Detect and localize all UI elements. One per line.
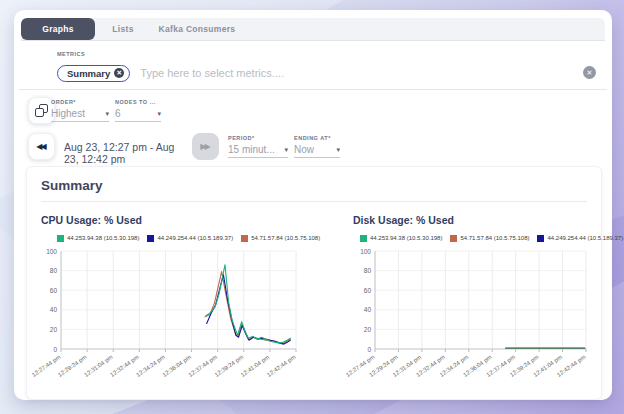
svg-text:12:42:44 pm: 12:42:44 pm bbox=[266, 354, 297, 378]
legend-swatch bbox=[360, 235, 367, 242]
legend-swatch bbox=[147, 235, 154, 242]
nodes-label: NODES TO ... bbox=[115, 99, 161, 105]
disk-usage-chart: 44.253.94.38 (10.5.30.198)54.71.57.84 (1… bbox=[351, 233, 589, 395]
svg-text:20: 20 bbox=[50, 326, 58, 333]
tab-kafka-consumers[interactable]: Kafka Consumers bbox=[151, 18, 243, 40]
ending-at-select[interactable]: Now ▾ bbox=[294, 144, 340, 158]
period-label: PERIOD* bbox=[228, 135, 288, 141]
svg-text:40: 40 bbox=[364, 306, 372, 313]
legend-swatch bbox=[241, 235, 248, 242]
ending-at-label: ENDING AT* bbox=[294, 135, 340, 141]
ending-at-field: ENDING AT* Now ▾ bbox=[294, 135, 340, 158]
copy-icon bbox=[35, 104, 48, 117]
svg-text:40: 40 bbox=[50, 306, 58, 313]
order-select[interactable]: Highest ▾ bbox=[51, 108, 109, 122]
metrics-select-input[interactable]: Summary ✕ Type here to select metrics...… bbox=[57, 62, 596, 84]
legend-item: 54.71.57.84 (10.5.75.108) bbox=[241, 235, 320, 242]
legend-item: 44.249.254.44 (10.5.189.37) bbox=[537, 235, 623, 242]
ending-at-value: Now bbox=[294, 144, 314, 155]
metrics-input-placeholder[interactable]: Type here to select metrics.... bbox=[140, 67, 284, 79]
svg-text:0: 0 bbox=[53, 346, 57, 353]
legend-item: 44.249.254.44 (10.5.189.37) bbox=[147, 235, 233, 242]
nodes-field: NODES TO ... 6 ▾ bbox=[115, 99, 161, 122]
chevron-down-icon: ▾ bbox=[336, 146, 340, 154]
period-value: 15 minut... bbox=[228, 144, 275, 155]
forward-button[interactable]: ▶▶ bbox=[192, 133, 219, 160]
cpu-usage-chart: 44.253.94.38 (10.5.30.198)44.249.254.44 … bbox=[37, 233, 299, 395]
chart-plot: 02040608010012:27:44 pm12:29:24 pm12:31:… bbox=[37, 245, 299, 395]
metrics-label: METRICS bbox=[57, 51, 85, 57]
svg-text:20: 20 bbox=[364, 326, 372, 333]
order-field: ORDER* Highest ▾ bbox=[51, 99, 109, 122]
legend-item: 54.71.57.84 (10.5.75.108) bbox=[450, 235, 529, 242]
chart-legend: 44.253.94.38 (10.5.30.198)54.71.57.84 (1… bbox=[360, 233, 589, 243]
summary-title: Summary bbox=[41, 178, 103, 193]
period-select[interactable]: 15 minut... ▾ bbox=[228, 144, 288, 158]
rewind-icon: ◀◀ bbox=[36, 142, 44, 151]
chart-legend: 44.253.94.38 (10.5.30.198)44.249.254.44 … bbox=[57, 233, 299, 243]
clear-all-icon[interactable]: ✕ bbox=[583, 66, 596, 79]
svg-text:100: 100 bbox=[46, 248, 57, 255]
cpu-chart-title: CPU Usage: % Used bbox=[41, 214, 142, 226]
forward-icon: ▶▶ bbox=[200, 142, 208, 151]
tab-graphs[interactable]: Graphs bbox=[21, 18, 95, 40]
period-field: PERIOD* 15 minut... ▾ bbox=[228, 135, 288, 158]
svg-text:80: 80 bbox=[364, 267, 372, 274]
legend-swatch bbox=[57, 235, 64, 242]
divider bbox=[19, 89, 607, 90]
selected-metric-chip[interactable]: Summary ✕ bbox=[57, 65, 130, 82]
nodes-select[interactable]: 6 ▾ bbox=[115, 108, 161, 122]
tab-bar: Graphs Lists Kafka Consumers bbox=[21, 18, 605, 41]
remove-metric-icon[interactable]: ✕ bbox=[114, 68, 124, 78]
tab-lists[interactable]: Lists bbox=[95, 18, 151, 40]
chart-plot: 02040608010012:27:44 pm12:29:24 pm12:31:… bbox=[351, 245, 589, 395]
legend-swatch bbox=[450, 235, 457, 242]
chevron-down-icon: ▾ bbox=[284, 146, 288, 154]
divider bbox=[41, 201, 587, 202]
chip-label: Summary bbox=[67, 68, 110, 79]
legend-swatch bbox=[537, 235, 544, 242]
svg-text:100: 100 bbox=[360, 248, 371, 255]
nodes-value: 6 bbox=[115, 108, 121, 119]
date-range-text: Aug 23, 12:27 pm - Aug 23, 12:42 pm bbox=[64, 141, 190, 165]
svg-text:60: 60 bbox=[50, 287, 58, 294]
chevron-down-icon: ▾ bbox=[157, 110, 161, 118]
svg-text:60: 60 bbox=[364, 287, 372, 294]
legend-item: 44.253.94.38 (10.5.30.198) bbox=[360, 235, 442, 242]
chevron-down-icon: ▾ bbox=[105, 110, 109, 118]
svg-text:0: 0 bbox=[367, 346, 371, 353]
order-value: Highest bbox=[51, 108, 85, 119]
disk-chart-title: Disk Usage: % Used bbox=[353, 214, 454, 226]
summary-panel: Summary CPU Usage: % Used Disk Usage: % … bbox=[26, 166, 602, 400]
desktop-background: Graphs Lists Kafka Consumers METRICS Sum… bbox=[0, 0, 624, 414]
monitoring-panel: Graphs Lists Kafka Consumers METRICS Sum… bbox=[14, 10, 612, 400]
legend-item: 44.253.94.38 (10.5.30.198) bbox=[57, 235, 139, 242]
order-label: ORDER* bbox=[51, 99, 109, 105]
rewind-button[interactable]: ◀◀ bbox=[28, 133, 55, 160]
svg-text:80: 80 bbox=[50, 267, 58, 274]
